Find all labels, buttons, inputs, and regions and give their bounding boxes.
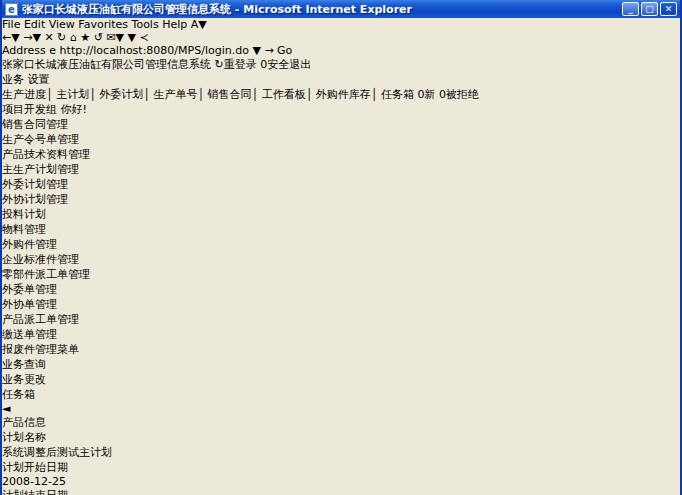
menu-favorites[interactable]: Favorites xyxy=(78,18,128,31)
back-button[interactable]: ←▼ xyxy=(2,31,20,44)
favorites-star-icon: ★ xyxy=(80,31,90,44)
go-arrow-icon: → xyxy=(264,44,273,57)
menu-bar: File Edit View Favorites Tools Help A▼ xyxy=(2,18,680,31)
sidebar-item-business-change[interactable]: 业务更改 xyxy=(2,372,680,387)
nav-outsource-plan[interactable]: 外委计划 xyxy=(99,88,143,101)
panel-title: 产品信息 xyxy=(2,415,680,430)
field-value: 2008-12-25 xyxy=(2,475,680,488)
go-button[interactable]: → Go xyxy=(264,44,292,57)
sidebar-item-label: 报废件管理菜单 xyxy=(2,343,79,356)
logout-label: 安全退出 xyxy=(267,58,311,71)
stop-icon: ✕ xyxy=(44,31,53,44)
nav-separator: │ xyxy=(46,88,53,101)
tab-business[interactable]: 业务 xyxy=(2,73,24,86)
sidebar-item-task-box[interactable]: 任务箱 xyxy=(2,387,680,402)
address-field[interactable]: e http://localhost:8080/MPS/login.do ▼ xyxy=(49,44,264,57)
nav-separator: │ xyxy=(89,88,96,101)
sidebar-item-sales-contract[interactable]: 销售合同管理 xyxy=(2,117,680,132)
field-label: 计划结束日期 xyxy=(2,488,680,495)
close-button[interactable]: ✕ xyxy=(660,2,677,16)
sidebar-item-label: 产品技术资料管理 xyxy=(2,148,90,161)
chevron-down-icon[interactable]: ▼ xyxy=(128,31,136,44)
history-button[interactable]: ↺ xyxy=(94,31,103,44)
ie-document-icon: e xyxy=(5,3,18,16)
relogin-button[interactable]: ↻重登录 xyxy=(215,58,257,71)
sidebar-collapse-strip[interactable]: ◄ xyxy=(2,402,680,415)
nav-separator: │ xyxy=(252,88,259,101)
chevron-down-icon[interactable]: ▼ xyxy=(32,31,40,44)
nav-sales-contract[interactable]: 销售合同 xyxy=(208,88,252,101)
sidebar-item-feeding-plan[interactable]: 投料计划 xyxy=(2,207,680,222)
home-button[interactable]: ⌂ xyxy=(70,31,77,44)
app-title: 张家口长城液压油缸有限公司管理信息系统 xyxy=(2,58,211,71)
sidebar-item-business-query[interactable]: 业务查询 xyxy=(2,357,680,372)
swoosh-icon: ≺ xyxy=(140,31,149,44)
chevron-down-icon[interactable]: ▼ xyxy=(11,31,19,44)
refresh-icon: ↻ xyxy=(57,31,66,44)
field-label: 计划名称 xyxy=(2,430,680,445)
edit-button[interactable]: ▼ xyxy=(128,31,136,44)
nav-separator: │ xyxy=(371,88,378,101)
nav-production-order[interactable]: 生产单号 xyxy=(153,88,197,101)
page-body: 项目开发组 你好! 销售合同管理 生产令号单管理 产品技术资料管理 主生产计划管… xyxy=(2,102,680,495)
maximize-button[interactable]: ▢ xyxy=(641,2,658,16)
collapse-arrow-icon: ◄ xyxy=(2,402,10,415)
pdf-convert-button[interactable]: A▼ xyxy=(191,18,207,31)
minimize-button[interactable]: _ xyxy=(622,2,639,16)
nav-task-box[interactable]: 任务箱 xyxy=(381,88,414,101)
tab-zone: 业务 设置 xyxy=(2,72,680,87)
nav-separator: │ xyxy=(143,88,150,101)
nav-work-board[interactable]: 工作看板 xyxy=(262,88,306,101)
nav-purchased-stock[interactable]: 外购件库存 xyxy=(316,88,371,101)
favorites-button[interactable]: ★ xyxy=(80,31,90,44)
relogin-icon: ↻ xyxy=(215,58,224,71)
nav-production-progress[interactable]: 生产进度 xyxy=(2,88,46,101)
page-icon: e xyxy=(49,44,56,57)
sidebar-item-label: 外协单管理 xyxy=(2,298,57,311)
address-url[interactable]: http://localhost:8080/MPS/login.do xyxy=(60,44,249,57)
nav-separator: │ xyxy=(306,88,313,101)
sidebar-item-master-plan[interactable]: 主生产计划管理 xyxy=(2,162,680,177)
field-label: 计划开始日期 xyxy=(2,460,680,475)
sidebar-item-label: 投料计划 xyxy=(2,208,46,221)
sidebar-item-order-number[interactable]: 生产令号单管理 xyxy=(2,132,680,147)
sidebar-item-label: 外委单管理 xyxy=(2,283,57,296)
sidebar-item-tech-data[interactable]: 产品技术资料管理 xyxy=(2,147,680,162)
sidebar-item-parts-dispatch[interactable]: 零部件派工单管理 xyxy=(2,267,680,282)
sidebar-item-material-mgmt[interactable]: 物料管理 xyxy=(2,222,680,237)
sidebar-item-delivery-order[interactable]: 缴送单管理 xyxy=(2,327,680,342)
tab-settings[interactable]: 设置 xyxy=(28,73,50,86)
sidebar-item-product-dispatch[interactable]: 产品派工单管理 xyxy=(2,312,680,327)
sidebar-item-coop-plan[interactable]: 外协计划管理 xyxy=(2,192,680,207)
nav-master-plan[interactable]: 主计划 xyxy=(56,88,89,101)
browser-window: e 张家口长城液压油缸有限公司管理信息系统 - Microsoft Intern… xyxy=(0,0,682,495)
sidebar-item-scrap-parts[interactable]: 报废件管理菜单 xyxy=(2,342,680,357)
chevron-down-icon[interactable]: ▼ xyxy=(116,31,124,44)
mail-button[interactable]: ✉▼ xyxy=(106,31,124,44)
badge-rejected[interactable]: 0被拒绝 xyxy=(439,88,479,101)
stop-button[interactable]: ✕ xyxy=(44,31,53,44)
sidebar-item-label: 产品派工单管理 xyxy=(2,313,79,326)
sidebar-item-purchased-parts[interactable]: 外购件管理 xyxy=(2,237,680,252)
user-greeting: 项目开发组 你好! xyxy=(2,102,680,117)
sidebar-item-coop-order[interactable]: 外协单管理 xyxy=(2,297,680,312)
links-button[interactable]: ≺ xyxy=(140,31,149,44)
sidebar-item-outsource-order[interactable]: 外委单管理 xyxy=(2,282,680,297)
forward-button[interactable]: →▼ xyxy=(23,31,41,44)
menu-tools[interactable]: Tools xyxy=(132,18,159,31)
refresh-button[interactable]: ↻ xyxy=(57,31,66,44)
badge-new[interactable]: 0新 xyxy=(417,88,435,101)
menu-view[interactable]: View xyxy=(49,18,75,31)
sidebar-tree: 项目开发组 你好! 销售合同管理 生产令号单管理 产品技术资料管理 主生产计划管… xyxy=(2,102,680,402)
relogin-label: 重登录 xyxy=(224,58,257,71)
sidebar-item-outsource-plan[interactable]: 外委计划管理 xyxy=(2,177,680,192)
menu-edit[interactable]: Edit xyxy=(24,18,45,31)
window-title: 张家口长城液压油缸有限公司管理信息系统 - Microsoft Internet… xyxy=(22,2,620,17)
sidebar-item-label: 业务查询 xyxy=(2,358,46,371)
title-bar: e 张家口长城液压油缸有限公司管理信息系统 - Microsoft Intern… xyxy=(2,0,680,18)
logout-button[interactable]: 0安全退出 xyxy=(260,58,311,71)
address-dropdown-button[interactable]: ▼ xyxy=(252,44,260,57)
menu-help[interactable]: Help xyxy=(162,18,187,31)
sidebar-item-standard-parts[interactable]: 企业标准件管理 xyxy=(2,252,680,267)
menu-file[interactable]: File xyxy=(2,18,20,31)
